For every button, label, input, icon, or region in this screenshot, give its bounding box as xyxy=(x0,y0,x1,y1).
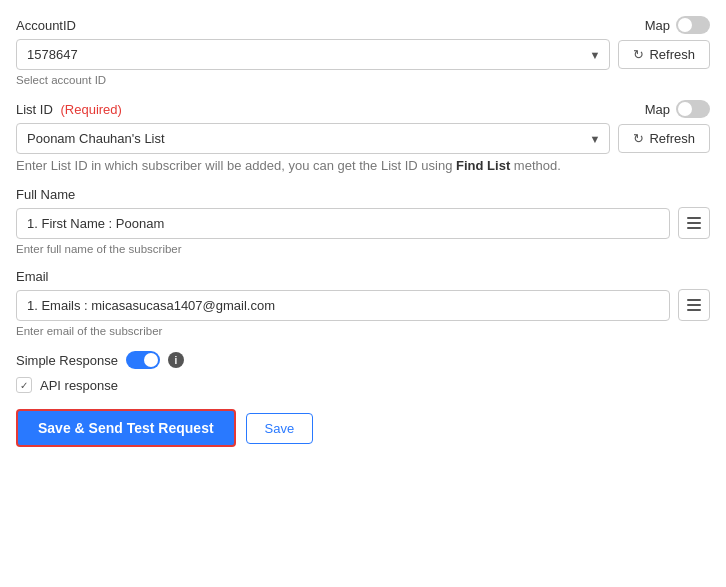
list-id-input-row: Poonam Chauhan's List ▼ ↻ Refresh xyxy=(16,123,710,154)
list-id-label: List ID xyxy=(16,102,53,117)
full-name-menu-button[interactable] xyxy=(678,207,710,239)
full-name-hint: Enter full name of the subscriber xyxy=(16,243,710,255)
email-menu-icon xyxy=(687,299,701,311)
account-id-section: AccountID Map 1578647 ▼ ↻ Refresh Select… xyxy=(16,16,710,86)
full-name-label: Full Name xyxy=(16,187,75,202)
account-id-select[interactable]: 1578647 xyxy=(16,39,610,70)
list-id-select-wrapper: Poonam Chauhan's List ▼ xyxy=(16,123,610,154)
save-send-test-button[interactable]: Save & Send Test Request xyxy=(16,409,236,447)
account-id-map-toggle[interactable] xyxy=(676,16,710,34)
simple-response-row: Simple Response i xyxy=(16,351,710,369)
email-menu-button[interactable] xyxy=(678,289,710,321)
account-id-refresh-button[interactable]: ↻ Refresh xyxy=(618,40,710,69)
api-response-row: ✓ API response xyxy=(16,377,710,393)
list-id-refresh-button[interactable]: ↻ Refresh xyxy=(618,124,710,153)
simple-response-info-icon[interactable]: i xyxy=(168,352,184,368)
list-id-label-group: List ID (Required) xyxy=(16,102,122,117)
account-id-refresh-icon: ↻ xyxy=(633,47,644,62)
account-id-input-row: 1578647 ▼ ↻ Refresh xyxy=(16,39,710,70)
list-id-hint-prefix: Enter List ID in which subscriber will b… xyxy=(16,158,456,173)
list-id-map-toggle[interactable] xyxy=(676,100,710,118)
full-name-input-row xyxy=(16,207,710,239)
list-id-refresh-label: Refresh xyxy=(649,131,695,146)
list-id-header-row: List ID (Required) Map xyxy=(16,100,710,118)
email-hint: Enter email of the subscriber xyxy=(16,325,710,337)
account-id-map-row: Map xyxy=(645,16,710,34)
full-name-header-row: Full Name xyxy=(16,187,710,202)
full-name-input[interactable] xyxy=(16,208,670,239)
full-name-menu-icon xyxy=(687,217,701,229)
email-input-row xyxy=(16,289,710,321)
list-id-section: List ID (Required) Map Poonam Chauhan's … xyxy=(16,100,710,173)
account-id-header-row: AccountID Map xyxy=(16,16,710,34)
list-id-required-label: (Required) xyxy=(60,102,121,117)
save-button[interactable]: Save xyxy=(246,413,314,444)
full-name-section: Full Name Enter full name of the subscri… xyxy=(16,187,710,255)
list-id-hint: Enter List ID in which subscriber will b… xyxy=(16,158,710,173)
email-header-row: Email xyxy=(16,269,710,284)
email-input[interactable] xyxy=(16,290,670,321)
account-id-refresh-label: Refresh xyxy=(649,47,695,62)
list-id-map-label: Map xyxy=(645,102,670,117)
list-id-select[interactable]: Poonam Chauhan's List xyxy=(16,123,610,154)
account-id-label: AccountID xyxy=(16,18,76,33)
list-id-map-row: Map xyxy=(645,100,710,118)
list-id-refresh-icon: ↻ xyxy=(633,131,644,146)
list-id-hint-suffix: method. xyxy=(510,158,561,173)
api-response-checkbox[interactable]: ✓ xyxy=(16,377,32,393)
account-id-map-label: Map xyxy=(645,18,670,33)
email-label: Email xyxy=(16,269,49,284)
api-response-label: API response xyxy=(40,378,118,393)
action-row: Save & Send Test Request Save xyxy=(16,409,710,447)
simple-response-toggle[interactable] xyxy=(126,351,160,369)
account-id-select-wrapper: 1578647 ▼ xyxy=(16,39,610,70)
simple-response-label: Simple Response xyxy=(16,353,118,368)
account-id-hint: Select account ID xyxy=(16,74,710,86)
list-id-hint-bold: Find List xyxy=(456,158,510,173)
email-section: Email Enter email of the subscriber xyxy=(16,269,710,337)
